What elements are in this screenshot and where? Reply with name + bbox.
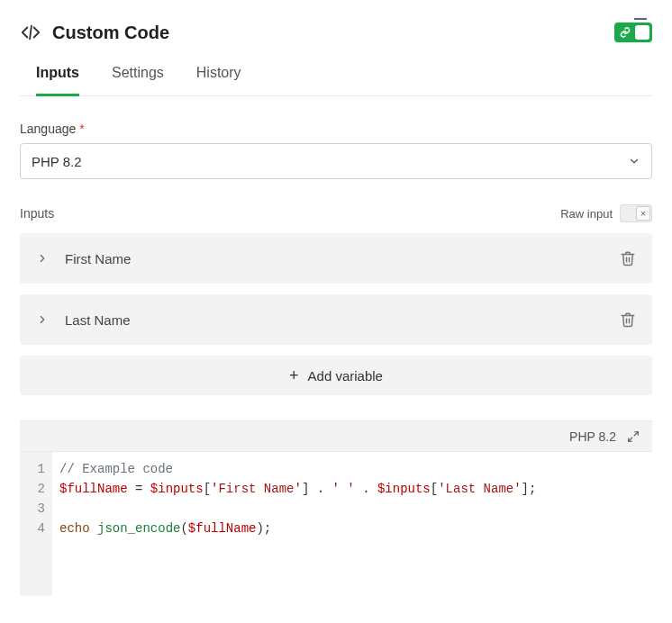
line-number: 2 <box>32 479 45 499</box>
raw-input-label: Raw input <box>560 207 613 221</box>
add-variable-button[interactable]: + Add variable <box>20 356 652 395</box>
inputs-section-label: Inputs <box>20 206 54 221</box>
tabs: Inputs Settings History <box>20 65 652 96</box>
language-value: PHP 8.2 <box>32 154 82 169</box>
toggle-knob <box>635 25 649 40</box>
add-variable-label: Add variable <box>308 368 383 384</box>
raw-toggle-knob: × <box>636 206 650 221</box>
input-variable-item[interactable]: First Name <box>20 233 652 284</box>
chevron-right-icon <box>36 313 49 326</box>
expand-icon[interactable] <box>627 430 640 443</box>
delete-variable-button[interactable] <box>620 312 636 328</box>
tab-inputs[interactable]: Inputs <box>36 65 79 96</box>
panel-header: Custom Code <box>20 22 652 43</box>
raw-input-toggle[interactable]: × <box>620 204 652 222</box>
enabled-toggle[interactable] <box>614 23 652 42</box>
minimize-icon[interactable] <box>634 18 647 20</box>
language-label-text: Language <box>20 122 76 136</box>
required-marker: * <box>79 122 84 136</box>
line-number: 4 <box>32 519 45 538</box>
line-number: 1 <box>32 459 45 479</box>
page-title: Custom Code <box>52 23 169 43</box>
variable-name: Last Name <box>65 312 604 328</box>
language-label: Language * <box>20 122 652 136</box>
svg-line-3 <box>629 438 632 441</box>
close-icon: × <box>640 208 646 219</box>
link-icon <box>618 25 632 40</box>
input-variable-item[interactable]: Last Name <box>20 294 652 345</box>
code-icon <box>20 22 41 43</box>
tab-history[interactable]: History <box>196 65 241 96</box>
chevron-down-icon <box>628 155 640 167</box>
code-editor: PHP 8.2 1 2 3 4 // Example code $fullNam… <box>20 420 652 596</box>
editor-language-badge: PHP 8.2 <box>569 429 616 444</box>
code-editor-body[interactable]: 1 2 3 4 // Example code $fullName = $inp… <box>20 452 652 596</box>
language-select[interactable]: PHP 8.2 <box>20 143 652 179</box>
line-gutter: 1 2 3 4 <box>20 452 52 596</box>
tab-settings[interactable]: Settings <box>112 65 164 96</box>
code-content[interactable]: // Example code $fullName = $inputs['Fir… <box>52 452 545 596</box>
chevron-right-icon <box>36 252 49 265</box>
svg-line-2 <box>634 431 638 435</box>
delete-variable-button[interactable] <box>620 250 636 266</box>
svg-line-1 <box>30 26 32 40</box>
plus-icon: + <box>289 367 299 384</box>
line-number: 3 <box>32 499 45 519</box>
variable-name: First Name <box>65 251 604 266</box>
